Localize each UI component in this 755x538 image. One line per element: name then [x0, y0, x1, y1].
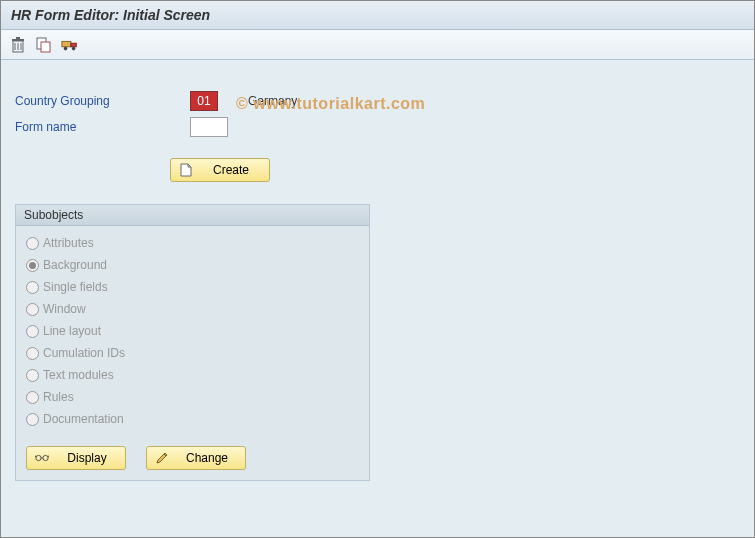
radio-single-fields[interactable]: Single fields — [26, 276, 359, 298]
svg-rect-7 — [41, 42, 50, 52]
form-name-row: Form name — [15, 116, 740, 138]
subobjects-group: Subobjects Attributes Background Single … — [15, 204, 370, 481]
radio-cumulation-ids[interactable]: Cumulation IDs — [26, 342, 359, 364]
radio-label: Window — [43, 302, 86, 316]
svg-line-16 — [48, 455, 49, 457]
svg-rect-5 — [16, 37, 20, 39]
pencil-icon — [155, 451, 169, 465]
delete-icon[interactable] — [9, 36, 27, 54]
create-button[interactable]: Create — [170, 158, 270, 182]
country-grouping-row: Country Grouping Germany — [15, 90, 740, 112]
form-name-label: Form name — [15, 120, 190, 134]
create-button-row: Create — [170, 158, 740, 182]
svg-point-13 — [43, 455, 48, 460]
radio-icon — [26, 303, 39, 316]
subobjects-title: Subobjects — [16, 205, 369, 226]
page-title: HR Form Editor: Initial Screen — [11, 7, 210, 23]
radio-label: Documentation — [43, 412, 124, 426]
copy-icon[interactable] — [35, 36, 53, 54]
radio-label: Attributes — [43, 236, 94, 250]
radio-label: Background — [43, 258, 107, 272]
display-button-label: Display — [57, 451, 117, 465]
svg-point-10 — [64, 46, 68, 50]
display-button[interactable]: Display — [26, 446, 126, 470]
radio-rules[interactable]: Rules — [26, 386, 359, 408]
radio-label: Cumulation IDs — [43, 346, 125, 360]
svg-point-12 — [36, 455, 41, 460]
transport-icon[interactable] — [61, 36, 79, 54]
country-grouping-text: Germany — [248, 94, 297, 108]
content-area: © www.tutorialkart.com Country Grouping … — [1, 60, 754, 538]
title-bar: HR Form Editor: Initial Screen — [1, 1, 754, 30]
radio-icon — [26, 281, 39, 294]
toolbar — [1, 30, 754, 60]
radio-icon — [26, 369, 39, 382]
radio-icon — [26, 391, 39, 404]
radio-documentation[interactable]: Documentation — [26, 408, 359, 430]
radio-icon — [26, 413, 39, 426]
svg-rect-9 — [71, 43, 76, 47]
svg-line-15 — [35, 455, 36, 457]
radio-icon — [26, 259, 39, 272]
radio-icon — [26, 237, 39, 250]
radio-text-modules[interactable]: Text modules — [26, 364, 359, 386]
radio-label: Line layout — [43, 324, 101, 338]
radio-attributes[interactable]: Attributes — [26, 232, 359, 254]
radio-icon — [26, 325, 39, 338]
country-grouping-input[interactable] — [190, 91, 218, 111]
change-button-label: Change — [177, 451, 237, 465]
change-button[interactable]: Change — [146, 446, 246, 470]
country-grouping-label: Country Grouping — [15, 94, 190, 108]
svg-rect-8 — [62, 41, 71, 46]
radio-label: Single fields — [43, 280, 108, 294]
subobjects-button-row: Display Change — [16, 436, 369, 480]
radio-line-layout[interactable]: Line layout — [26, 320, 359, 342]
radio-label: Text modules — [43, 368, 114, 382]
glasses-icon — [35, 451, 49, 465]
svg-rect-4 — [12, 39, 24, 41]
document-icon — [179, 163, 193, 177]
radio-window[interactable]: Window — [26, 298, 359, 320]
svg-point-11 — [72, 46, 76, 50]
radio-list: Attributes Background Single fields Wind… — [16, 226, 369, 436]
radio-icon — [26, 347, 39, 360]
create-button-label: Create — [201, 163, 261, 177]
radio-background[interactable]: Background — [26, 254, 359, 276]
form-name-input[interactable] — [190, 117, 228, 137]
radio-label: Rules — [43, 390, 74, 404]
